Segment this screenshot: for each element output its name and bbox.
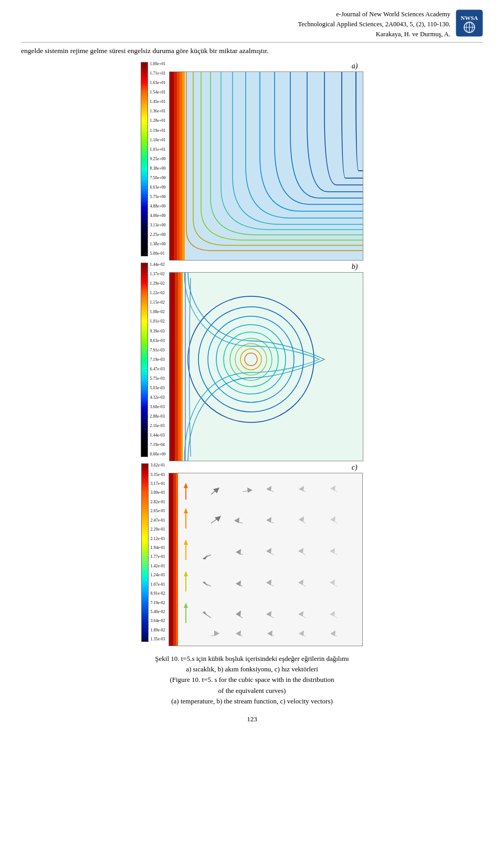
svg-rect-25 [169,473,173,646]
intro-paragraph: engelde sistemin rejime gelme süresi eng… [21,46,483,57]
colorbar-c: 3.62e-01 3.35e-01 3.17e-01 3.00e-01 2.82… [141,463,165,642]
figure-caption: Şekil 10. t=5.s için kübik boşluk içeris… [21,654,483,707]
svg-rect-13 [178,273,181,461]
colorbar-b-labels: 1.44e-02 1.37e-02 1.29e-02 1.22e-02 1.15… [148,263,165,457]
colorbar-a-gradient [141,62,148,256]
subfig-c: 3.62e-01 3.35e-01 3.17e-01 3.00e-01 2.82… [21,463,483,646]
subfig-b: 1.44e-02 1.37e-02 1.29e-02 1.22e-02 1.15… [21,263,483,461]
plot-a-wrapper: a) [169,62,363,261]
svg-rect-4 [170,72,363,261]
plot-c-svg [169,473,363,646]
label-c: c) [352,463,363,472]
svg-text:NWSA: NWSA [460,15,478,21]
subfig-a: 1.00e+01 1.71e+01 1.63e+01 1.54e+01 1.45… [21,62,483,261]
svg-rect-12 [175,273,178,461]
colorbar-a: 1.00e+01 1.71e+01 1.63e+01 1.54e+01 1.45… [141,62,165,256]
header-line3: Karakaya, H. ve Durmuş, A. [236,29,450,39]
caption-line3: (Figure 10. t=5. s for the cubic space w… [21,675,483,685]
caption-line4: of the equivalent curves) [21,686,483,696]
colorbar-a-labels: 1.00e+01 1.71e+01 1.63e+01 1.54e+01 1.45… [148,62,165,256]
journal-logo: NWSA [456,9,483,37]
plot-b-svg [169,272,363,461]
label-a: a) [352,62,363,70]
caption-line5: (a) temperature, b) the stream function,… [21,696,483,707]
caption-line1: Şekil 10. t=5.s için kübik boşluk içeris… [21,654,483,664]
plot-c-wrapper: c) [169,463,363,646]
header-line2: Technological Applied Sciences, 2A0043, … [236,19,450,29]
header: e-Journal of New World Sciences Academy … [21,9,483,43]
svg-rect-7 [177,72,180,261]
svg-rect-27 [176,473,178,646]
svg-rect-9 [182,72,185,261]
svg-rect-6 [174,72,177,261]
plot-b-wrapper: b) [169,263,363,461]
svg-rect-14 [181,273,183,461]
colorbar-b-gradient [141,263,148,457]
svg-rect-26 [173,473,176,646]
colorbar-c-gradient [141,463,149,642]
svg-rect-24 [169,473,363,646]
svg-rect-5 [170,72,174,261]
svg-rect-11 [170,273,175,461]
figure-area: 1.00e+01 1.71e+01 1.63e+01 1.54e+01 1.45… [21,62,483,648]
caption-line2: a) sıcaklık, b) akım fonksiyonu, c) hız … [21,664,483,675]
plot-a-svg [169,71,363,261]
colorbar-c-labels: 3.62e-01 3.35e-01 3.17e-01 3.00e-01 2.82… [149,463,165,642]
page-number: 123 [21,715,483,723]
header-line1: e-Journal of New World Sciences Academy [236,9,450,19]
page: e-Journal of New World Sciences Academy … [0,0,504,850]
label-b: b) [352,263,363,271]
svg-rect-8 [180,72,182,261]
colorbar-b: 1.44e-02 1.37e-02 1.29e-02 1.22e-02 1.15… [141,263,165,457]
header-text: e-Journal of New World Sciences Academy … [236,9,456,39]
